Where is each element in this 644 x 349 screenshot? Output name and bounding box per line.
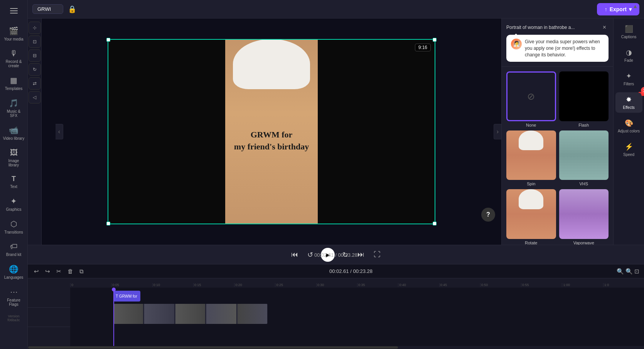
sidebar-label-languages: Languages [4, 275, 24, 280]
far-right-speed[interactable]: ⚡ Speed [615, 139, 642, 160]
effect-label-rotate: Rotate [525, 241, 537, 245]
panel-collapse-left[interactable]: ‹ [56, 124, 63, 139]
filters-icon: ✦ [626, 72, 632, 80]
timeline-time-display: 00:02.61 / 00:23.28 [88, 268, 614, 274]
effect-item-vaporwave[interactable]: Vaporwave [559, 189, 609, 245]
tracks[interactable]: T GRWM for [70, 288, 644, 346]
scrollbar-thumb [28, 346, 398, 349]
effect-item-none[interactable]: ⊘ None [506, 71, 556, 127]
sidebar-label-feature-flags: Feature Flags [3, 298, 25, 307]
far-right-filters[interactable]: ✦ Filters [615, 69, 642, 89]
effect-thumb-none: ⊘ [506, 71, 556, 121]
clip-thumb-4 [206, 304, 236, 324]
sidebar-item-video-library[interactable]: 📹 Video library [2, 122, 26, 144]
help-button[interactable]: ? [481, 208, 495, 222]
zoom-in-button[interactable]: 🔍 [625, 268, 633, 275]
adjust-colors-label: Adjust colors [618, 129, 640, 133]
far-right-captions[interactable]: ⬛ Captions [615, 22, 642, 42]
cut-button[interactable]: ✂ [55, 266, 63, 276]
playback-bar: ⏮ ↺ ▶ ↻ ⏭ ⛶ 00:02.61 / 00:23.28 [28, 245, 644, 264]
ruler-10: 0:10 [152, 283, 193, 287]
panel-collapse-right[interactable]: › [494, 124, 501, 139]
languages-icon: 🌐 [9, 264, 19, 274]
effect-thumb-rotate [506, 189, 556, 239]
ruler-40: 0:40 [398, 283, 439, 287]
effect-thumb-vaporwave [559, 189, 609, 239]
timeline-toolbar: ↩ ↪ ✂ 🗑 ⧉ 00:02.61 / 00:23.28 🔍 🔍 ⊡ ▲ [28, 264, 644, 278]
hamburger-menu[interactable] [6, 3, 22, 19]
feature-flags-icon: ⋯ [10, 287, 18, 296]
redo-button[interactable]: ↪ [44, 266, 52, 276]
ruler-35: 0:35 [357, 283, 398, 287]
video-track[interactable] [113, 304, 268, 324]
close-tooltip-button[interactable]: × [600, 23, 609, 32]
track-label-video [28, 308, 70, 327]
ruler-marks: 0 0:05 0:10 0:15 0:20 0:25 0:30 0:35 0:4… [28, 283, 644, 287]
clip-thumb-5 [238, 304, 268, 324]
effect-item-vhs[interactable]: VHS [559, 130, 609, 186]
effect-item-spin[interactable]: Spin [506, 130, 556, 186]
effect-thumb-vhs [559, 130, 609, 180]
brand-kit-icon: 🏷 [10, 242, 18, 251]
far-right-effects[interactable]: ✸ Effects ☚ 1 [615, 92, 642, 113]
speed-icon: ⚡ [625, 142, 633, 151]
record-icon: 🎙 [10, 49, 18, 58]
sidebar-item-image-library[interactable]: 🖼 Image library [2, 145, 26, 170]
tooltip-avatar: 🧖 [511, 39, 522, 49]
far-right-adjust-colors[interactable]: 🎨 Adjust colors [615, 116, 642, 136]
track-label-text [28, 289, 70, 308]
save-icon-button[interactable]: 🔒 [68, 5, 76, 14]
effect-item-rotate[interactable]: Rotate [506, 189, 556, 245]
sidebar-item-your-media[interactable]: 🎬 Your media [2, 23, 26, 44]
effect-item-flash[interactable]: Flash [559, 71, 609, 127]
captions-label: Captions [621, 35, 636, 39]
sidebar-item-record-create[interactable]: 🎙 Record &create [2, 46, 26, 71]
sidebar-item-transitions[interactable]: ⬡ Transitions [2, 216, 26, 237]
sidebar-item-text[interactable]: T Text [2, 172, 26, 192]
effects-icon: ✸ [626, 95, 632, 104]
time-display: 00:02.61 / 00:23.28 [314, 252, 357, 258]
right-panel: Portrait of woman in bathrobe a... × 🧖 G… [501, 19, 613, 245]
text-clip-label: T GRWM for [116, 294, 137, 298]
tool-flip[interactable]: ⇄ [29, 77, 41, 90]
sidebar-item-templates[interactable]: ▦ Templates [2, 73, 26, 94]
tool-arrow[interactable]: ◁ [29, 91, 41, 103]
tool-select[interactable]: ⊹ [29, 22, 41, 34]
timeline-content: T GRWM for [28, 288, 644, 346]
timeline-scrollbar[interactable] [28, 346, 644, 349]
sidebar-label-graphics: Graphics [6, 207, 21, 212]
timeline-playhead [113, 288, 114, 346]
sidebar-item-feature-flags[interactable]: ⋯ Feature Flags [2, 284, 26, 310]
delete-button[interactable]: 🗑 [66, 266, 75, 276]
sidebar-item-brand-kit[interactable]: 🏷 Brand kit [2, 239, 26, 260]
zoom-out-button[interactable]: 🔍 [617, 268, 624, 275]
text-clip[interactable]: T GRWM for [113, 291, 140, 302]
timeline-collapse-button[interactable]: ▲ [632, 3, 638, 9]
ruler-55: 0:55 [521, 283, 562, 287]
ruler-15: 0:15 [193, 283, 234, 287]
tool-crop[interactable]: ⊡ [29, 36, 41, 48]
undo-button[interactable]: ↩ [32, 266, 40, 276]
effects-label: Effects [623, 105, 634, 110]
export-label: Export [610, 6, 627, 12]
sidebar-item-languages[interactable]: 🌐 Languages [2, 261, 26, 283]
rewind-button[interactable]: ↺ [306, 249, 315, 261]
tool-resize[interactable]: ⊟ [29, 49, 41, 62]
ruler-65: 1:0 [603, 283, 644, 287]
fullscreen-button[interactable]: ⛶ [372, 249, 382, 260]
duplicate-button[interactable]: ⧉ [78, 266, 85, 276]
fit-button[interactable]: ⊡ [634, 268, 639, 275]
canvas-area[interactable]: GRWM for my friend's birthday 9:16 ? [42, 19, 501, 245]
text-icon: T [12, 175, 16, 183]
tool-rotate-handle[interactable]: ↻ [29, 63, 41, 76]
sidebar-item-graphics[interactable]: ✦ Graphics [2, 193, 26, 215]
sidebar-label-music-sfx: Music & SFX [3, 109, 25, 118]
skip-back-button[interactable]: ⏮ [290, 249, 300, 260]
playhead-indicator [112, 288, 116, 291]
far-right-fade[interactable]: ◑ Fade [615, 45, 642, 66]
templates-icon: ▦ [10, 76, 17, 85]
far-right-panel: ⬛ Captions ◑ Fade ✦ Filters ✸ Effects ☚ … [613, 19, 644, 245]
sidebar-item-music-sfx[interactable]: 🎵 Music & SFX [2, 95, 26, 121]
project-name[interactable]: GRWI [32, 4, 63, 14]
ruler-5: 0:05 [111, 283, 152, 287]
